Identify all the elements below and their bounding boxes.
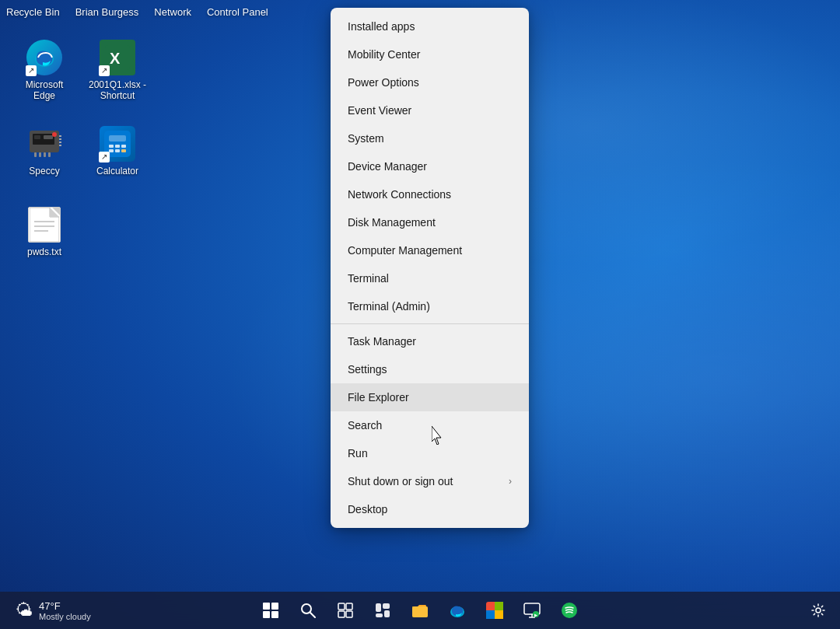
- svg-rect-13: [59, 138, 61, 140]
- taskbar-right: [806, 598, 831, 623]
- edge-taskbar-button[interactable]: [442, 595, 473, 626]
- svg-rect-12: [59, 135, 61, 137]
- svg-rect-18: [109, 145, 114, 148]
- svg-rect-8: [34, 152, 37, 157]
- svg-rect-43: [384, 610, 390, 617]
- speccy-icon-graphic: [26, 126, 62, 162]
- svg-point-7: [52, 132, 57, 137]
- context-menu: Installed apps Mobility Center Power Opt…: [331, 8, 529, 528]
- svg-rect-9: [39, 152, 41, 157]
- icon-pwds[interactable]: pwds.txt: [9, 193, 79, 271]
- calc-shortcut-arrow: ↗: [99, 152, 110, 162]
- weather-icon: 🌤: [16, 600, 33, 620]
- svg-rect-11: [48, 152, 51, 157]
- speccy-label: Speccy: [29, 166, 59, 176]
- svg-rect-39: [346, 611, 352, 617]
- menu-item-search[interactable]: Search: [331, 411, 529, 439]
- svg-rect-6: [44, 135, 53, 139]
- svg-text:X: X: [110, 50, 121, 67]
- menu-item-network-connections[interactable]: Network Connections: [331, 180, 529, 208]
- edge-label: MicrosoftEdge: [26, 79, 64, 102]
- shut-down-arrow: ›: [509, 476, 512, 487]
- txt-icon-graphic: [28, 207, 61, 243]
- icon-speccy[interactable]: Speccy: [9, 112, 79, 190]
- icon-calculator[interactable]: ↗ Calculator: [82, 112, 152, 190]
- menu-item-power-options[interactable]: Power Options: [331, 68, 529, 96]
- taskbar: 🌤 47°F Mostly cloudy: [0, 592, 840, 629]
- desktop: Recycle Bin Brian Burgess Network Contro…: [0, 0, 840, 629]
- svg-rect-17: [109, 135, 126, 142]
- svg-rect-37: [346, 603, 352, 610]
- calc-label: Calculator: [96, 166, 138, 176]
- speccy-icon-image: [26, 125, 63, 162]
- svg-rect-48: [495, 602, 503, 610]
- excel-icon-image: X ↗: [99, 39, 136, 76]
- menu-item-terminal[interactable]: Terminal: [331, 264, 529, 292]
- svg-marker-25: [50, 208, 59, 217]
- svg-rect-41: [383, 603, 390, 609]
- menu-item-system[interactable]: System: [331, 124, 529, 152]
- svg-line-35: [310, 613, 315, 617]
- svg-rect-30: [263, 603, 270, 610]
- svg-rect-22: [115, 149, 120, 152]
- menu-item-desktop[interactable]: Desktop: [331, 495, 529, 523]
- txt-icon-image: [26, 206, 63, 243]
- menu-item-event-viewer[interactable]: Event Viewer: [331, 96, 529, 124]
- svg-rect-31: [271, 603, 278, 610]
- weather-temp: 47°F: [39, 600, 91, 612]
- menu-item-installed-apps[interactable]: Installed apps: [331, 12, 529, 40]
- svg-rect-32: [263, 611, 270, 618]
- menu-item-terminal-admin[interactable]: Terminal (Admin): [331, 292, 529, 320]
- taskbar-center: ▶: [255, 595, 585, 626]
- store-taskbar-button[interactable]: [479, 595, 510, 626]
- svg-rect-49: [486, 610, 495, 619]
- menu-item-device-manager[interactable]: Device Manager: [331, 152, 529, 180]
- svg-rect-50: [495, 610, 503, 619]
- desktop-icons: ↗ MicrosoftEdge X ↗ 2001Q1.xlsx -Shortcu…: [0, 0, 327, 629]
- edge-icon-image: ↗: [26, 39, 63, 76]
- svg-rect-14: [59, 142, 61, 143]
- taskbar-left: 🌤 47°F Mostly cloudy: [9, 597, 97, 624]
- menu-item-disk-management[interactable]: Disk Management: [331, 208, 529, 236]
- settings-tray-icon[interactable]: [806, 598, 831, 623]
- calc-icon-image: ↗: [99, 125, 136, 162]
- svg-rect-40: [376, 603, 381, 612]
- menu-item-run[interactable]: Run: [331, 439, 529, 467]
- svg-rect-15: [59, 145, 61, 146]
- search-button[interactable]: [292, 595, 324, 626]
- svg-point-34: [302, 604, 311, 613]
- file-explorer-taskbar-button[interactable]: [404, 595, 436, 626]
- weather-text: 47°F Mostly cloudy: [39, 600, 91, 621]
- task-view-button[interactable]: [330, 595, 361, 626]
- remote-desktop-taskbar-button[interactable]: ▶: [516, 595, 548, 626]
- spotify-taskbar-button[interactable]: [554, 595, 585, 626]
- svg-point-57: [816, 608, 821, 613]
- svg-rect-5: [34, 135, 40, 139]
- svg-rect-19: [115, 145, 120, 148]
- icon-excel[interactable]: X ↗ 2001Q1.xlsx -Shortcut: [82, 31, 152, 109]
- svg-rect-10: [44, 152, 46, 157]
- weather-widget[interactable]: 🌤 47°F Mostly cloudy: [9, 597, 97, 624]
- widgets-button[interactable]: [367, 595, 398, 626]
- start-button[interactable]: [255, 595, 286, 626]
- menu-item-task-manager[interactable]: Task Manager: [331, 327, 529, 355]
- svg-rect-42: [376, 613, 383, 617]
- svg-rect-20: [121, 145, 126, 148]
- menu-item-settings[interactable]: Settings: [331, 355, 529, 383]
- icon-edge[interactable]: ↗ MicrosoftEdge: [9, 31, 79, 109]
- svg-rect-38: [338, 611, 345, 617]
- menu-item-computer-management[interactable]: Computer Management: [331, 236, 529, 264]
- svg-rect-33: [271, 611, 278, 618]
- svg-rect-36: [338, 603, 345, 610]
- pwds-label: pwds.txt: [27, 246, 61, 257]
- svg-point-56: [562, 603, 577, 618]
- svg-rect-45: [412, 606, 428, 617]
- excel-shortcut-arrow: ↗: [99, 65, 110, 76]
- excel-label: 2001Q1.xlsx -Shortcut: [89, 79, 146, 102]
- menu-item-file-explorer[interactable]: File Explorer: [331, 383, 529, 411]
- svg-rect-21: [109, 149, 114, 152]
- menu-item-mobility-center[interactable]: Mobility Center: [331, 40, 529, 68]
- menu-separator-1: [331, 323, 529, 324]
- menu-item-shut-down[interactable]: Shut down or sign out ›: [331, 467, 529, 495]
- svg-rect-23: [121, 149, 126, 152]
